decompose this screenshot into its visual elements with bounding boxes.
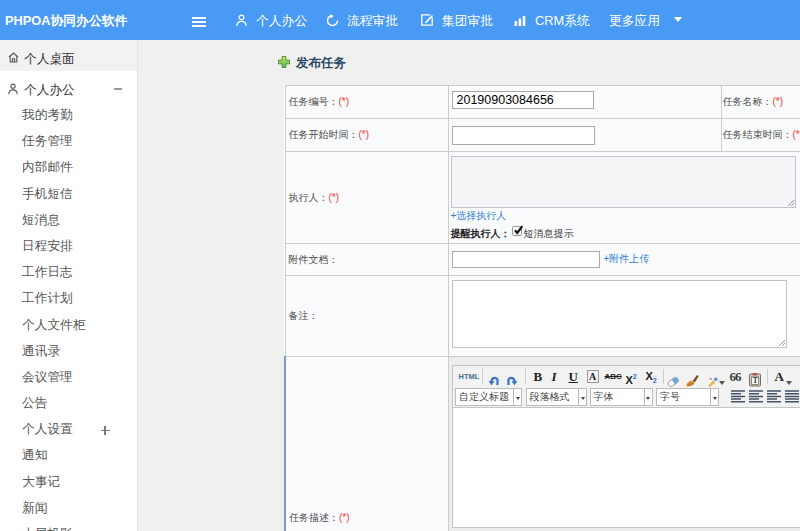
svg-text:T: T bbox=[752, 376, 757, 385]
